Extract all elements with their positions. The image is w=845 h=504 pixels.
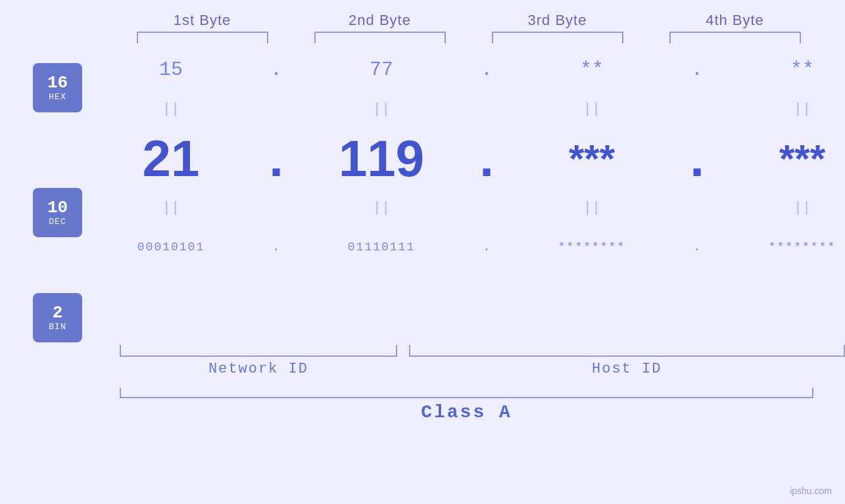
dot2-column: . . .: [470, 43, 503, 273]
bin-badge: 2 BIN: [33, 293, 82, 342]
b3-bin: ********: [558, 241, 625, 254]
class-bracket: [120, 388, 813, 398]
dot1-bin: .: [273, 241, 280, 254]
bracket-b4: [669, 32, 801, 43]
byte1-column: 15 || 21 || 00010101: [82, 43, 260, 273]
dec-badge-num: 10: [47, 198, 68, 218]
dot1-hex: .: [270, 58, 282, 81]
byte-headers: 1st Byte 2nd Byte 3rd Byte 4th Byte: [0, 0, 845, 29]
dot3-dec: .: [690, 129, 704, 189]
byte2-column: 77 || 119 || 01110111: [293, 43, 470, 273]
dec-badge: 10 DEC: [33, 188, 82, 237]
watermark: ipshu.com: [790, 486, 832, 496]
dot3-column: . . .: [681, 43, 713, 273]
b4-dec: ***: [779, 136, 825, 181]
byte4-header: 4th Byte: [646, 12, 824, 29]
host-bracket: [409, 345, 845, 357]
class-label: Class A: [120, 402, 813, 423]
main-data-area: 16 HEX 10 DEC 2 BIN 15 || 21 ||: [0, 43, 845, 342]
b3-eq1: ||: [583, 101, 600, 118]
dot3-hex: .: [691, 58, 703, 81]
b2-eq1: ||: [373, 101, 390, 118]
b3-hex: **: [580, 58, 604, 81]
b1-bin: 00010101: [137, 241, 205, 254]
b1-hex: 15: [159, 58, 183, 81]
dot2-bin: .: [483, 241, 491, 254]
class-bracket-row: [0, 388, 845, 398]
b1-eq2: ||: [162, 200, 180, 216]
hex-badge: 16 HEX: [33, 63, 82, 112]
byte3-header: 3rd Byte: [469, 12, 646, 29]
host-id-label: Host ID: [408, 361, 845, 377]
network-id-label: Network ID: [120, 361, 397, 377]
ip-value-columns: 15 || 21 || 00010101 . . . 77 || 119 || …: [82, 43, 845, 273]
bin-badge-num: 2: [53, 304, 63, 323]
b3-dec: ***: [569, 136, 615, 181]
dot1-column: . . .: [260, 43, 293, 273]
b4-hex: **: [790, 58, 814, 81]
b4-eq2: ||: [794, 200, 811, 216]
top-brackets: [0, 32, 845, 43]
b4-bin: ********: [769, 241, 836, 254]
byte2-header: 2nd Byte: [291, 12, 469, 29]
bracket-b3: [492, 32, 623, 43]
network-bracket: [120, 345, 397, 357]
bin-badge-label: BIN: [49, 322, 66, 332]
bottom-brackets: [0, 345, 845, 357]
byte4-column: ** || *** || ********: [713, 43, 845, 273]
badges-column: 16 HEX 10 DEC 2 BIN: [33, 43, 82, 342]
id-labels: Network ID Host ID: [0, 361, 845, 377]
b4-eq1: ||: [794, 101, 811, 118]
dot2-hex: .: [481, 58, 493, 81]
dot1-dec: .: [269, 129, 283, 189]
class-label-row: Class A: [0, 402, 845, 423]
b1-dec: 21: [143, 129, 200, 189]
b2-bin: 01110111: [348, 241, 415, 254]
byte1-header: 1st Byte: [114, 12, 291, 29]
b1-eq1: ||: [162, 101, 180, 118]
bracket-b1: [137, 32, 268, 43]
byte3-column: ** || *** || ********: [503, 43, 681, 273]
bracket-b2: [314, 32, 446, 43]
hex-badge-label: HEX: [49, 92, 66, 102]
hex-badge-num: 16: [47, 74, 68, 93]
b2-dec: 119: [339, 129, 424, 189]
b3-eq2: ||: [583, 200, 600, 216]
b2-hex: 77: [370, 58, 393, 81]
dot2-dec: .: [479, 129, 494, 189]
main-container: 1st Byte 2nd Byte 3rd Byte 4th Byte 16 H…: [0, 0, 845, 504]
dec-badge-label: DEC: [49, 217, 66, 227]
b2-eq2: ||: [373, 200, 390, 216]
dot3-bin: .: [694, 241, 701, 254]
